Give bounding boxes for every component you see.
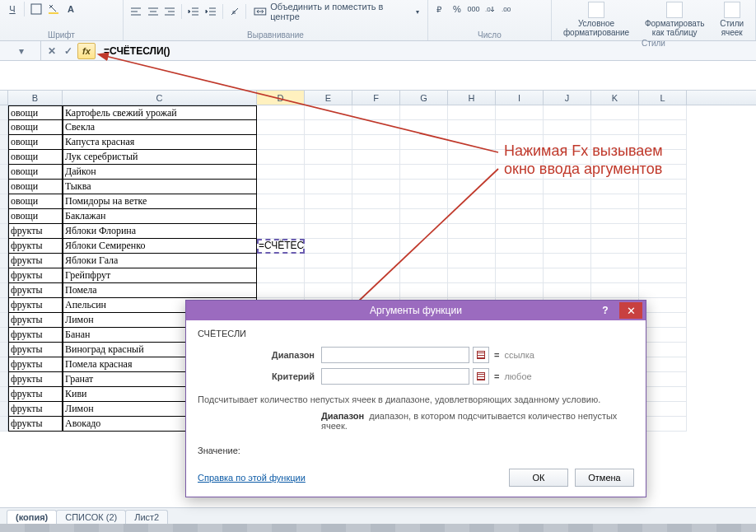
- cell[interactable]: [591, 105, 639, 120]
- cell[interactable]: [400, 165, 448, 180]
- cell[interactable]: [448, 165, 496, 180]
- cell[interactable]: Свекла: [63, 120, 257, 135]
- column-header[interactable]: G: [400, 91, 448, 105]
- cell[interactable]: [305, 194, 352, 209]
- cell[interactable]: [544, 268, 591, 283]
- cell[interactable]: [400, 105, 448, 120]
- cell[interactable]: [448, 105, 496, 120]
- cell[interactable]: овощи: [8, 105, 63, 120]
- cell[interactable]: овощи: [8, 180, 63, 194]
- border-button[interactable]: [29, 2, 44, 16]
- dialog-help-button[interactable]: ?: [595, 301, 616, 320]
- cell[interactable]: [400, 283, 448, 298]
- cell[interactable]: [257, 268, 305, 283]
- column-header[interactable]: C: [63, 91, 257, 105]
- indent-inc-button[interactable]: [203, 4, 218, 19]
- percent-button[interactable]: %: [450, 2, 464, 16]
- criteria-picker-button[interactable]: [473, 368, 489, 385]
- cell[interactable]: [496, 239, 544, 254]
- cell[interactable]: [400, 254, 448, 268]
- cell[interactable]: [257, 135, 305, 150]
- cell[interactable]: Баклажан: [63, 209, 257, 224]
- cell[interactable]: [496, 254, 544, 268]
- cell[interactable]: фрукты: [8, 357, 63, 372]
- cell[interactable]: [352, 120, 400, 135]
- cell[interactable]: [352, 209, 400, 224]
- column-header[interactable]: E: [305, 91, 352, 105]
- cancel-button[interactable]: Отмена: [575, 469, 634, 487]
- sheet-tab[interactable]: СПИСОК (2): [56, 510, 126, 524]
- cell[interactable]: [448, 150, 496, 165]
- cell[interactable]: Тыква: [63, 180, 257, 194]
- cell[interactable]: [305, 209, 352, 224]
- cell[interactable]: [496, 194, 544, 209]
- cell[interactable]: [400, 180, 448, 194]
- orientation-button[interactable]: a: [227, 4, 242, 19]
- cell[interactable]: [496, 105, 544, 120]
- cell[interactable]: овощи: [8, 150, 63, 165]
- dec-inc-button[interactable]: .0: [483, 2, 497, 16]
- cell[interactable]: [496, 268, 544, 283]
- align-left-button[interactable]: [128, 4, 143, 19]
- cell[interactable]: Помидоры на ветке: [63, 194, 257, 209]
- cell[interactable]: [305, 180, 352, 194]
- column-header[interactable]: F: [352, 91, 400, 105]
- cell[interactable]: фрукты: [8, 387, 63, 402]
- cell[interactable]: [305, 150, 352, 165]
- cell[interactable]: [591, 180, 639, 194]
- cell[interactable]: [544, 105, 591, 120]
- cell[interactable]: овощи: [8, 165, 63, 180]
- cell[interactable]: [544, 224, 591, 239]
- cell[interactable]: [400, 150, 448, 165]
- fx-button[interactable]: fx: [77, 43, 96, 59]
- underline-button[interactable]: Ч: [5, 2, 20, 16]
- cell[interactable]: [448, 120, 496, 135]
- cell[interactable]: Лук серебристый: [63, 150, 257, 165]
- cell[interactable]: [305, 224, 352, 239]
- cell[interactable]: [352, 180, 400, 194]
- cell[interactable]: Грейпфрут: [63, 268, 257, 283]
- column-header[interactable]: B: [8, 91, 63, 105]
- cell[interactable]: [352, 254, 400, 268]
- column-header[interactable]: D: [257, 91, 305, 105]
- cell[interactable]: фрукты: [8, 343, 63, 357]
- cell[interactable]: фрукты: [8, 268, 63, 283]
- cell[interactable]: [496, 283, 544, 298]
- criteria-input[interactable]: [321, 368, 469, 385]
- cell[interactable]: [639, 268, 687, 283]
- align-center-button[interactable]: [146, 4, 161, 19]
- cell[interactable]: [591, 283, 639, 298]
- cell[interactable]: [352, 194, 400, 209]
- currency-button[interactable]: ₽: [433, 2, 448, 16]
- dec-dec-button[interactable]: .00: [499, 2, 514, 16]
- cell[interactable]: фрукты: [8, 313, 63, 328]
- fill-color-button[interactable]: [46, 2, 61, 16]
- dialog-close-button[interactable]: ✕: [619, 302, 642, 319]
- cell[interactable]: [400, 194, 448, 209]
- column-header[interactable]: I: [496, 91, 544, 105]
- cell[interactable]: [257, 165, 305, 180]
- cell[interactable]: [352, 135, 400, 150]
- cell[interactable]: [591, 120, 639, 135]
- sheet-tab[interactable]: (копия): [7, 510, 57, 524]
- cell[interactable]: [448, 224, 496, 239]
- cell[interactable]: [544, 254, 591, 268]
- cell[interactable]: [305, 283, 352, 298]
- dialog-titlebar[interactable]: Аргументы функции ? ✕: [186, 301, 646, 320]
- cell[interactable]: [544, 209, 591, 224]
- format-as-table-button[interactable]: Форматировать как таблицу: [642, 2, 708, 37]
- cell[interactable]: [448, 268, 496, 283]
- cell[interactable]: [352, 283, 400, 298]
- cell[interactable]: фрукты: [8, 224, 63, 239]
- cell-styles-button[interactable]: Стили ячеек: [716, 2, 747, 37]
- cell[interactable]: [305, 165, 352, 180]
- conditional-format-button[interactable]: Условное форматирование: [560, 2, 632, 37]
- cell[interactable]: [257, 224, 305, 239]
- cell[interactable]: Дайкон: [63, 165, 257, 180]
- cell[interactable]: [305, 268, 352, 283]
- cell[interactable]: [400, 135, 448, 150]
- cell[interactable]: [257, 150, 305, 165]
- cell[interactable]: [496, 224, 544, 239]
- cell[interactable]: [352, 268, 400, 283]
- cell[interactable]: овощи: [8, 135, 63, 150]
